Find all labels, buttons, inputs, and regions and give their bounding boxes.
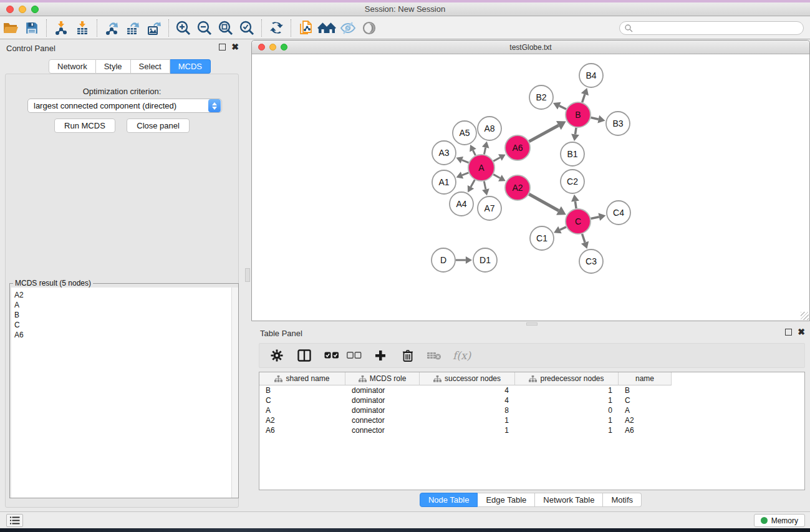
table-cell[interactable]: C — [259, 396, 345, 405]
table-cell[interactable]: A6 — [619, 426, 672, 435]
table-settings-button[interactable] — [267, 346, 287, 365]
hide-selected-button[interactable] — [337, 19, 359, 37]
edge-A-A7[interactable] — [484, 181, 486, 190]
function-builder-button[interactable]: f(x) — [453, 349, 471, 362]
table-cell[interactable]: 4 — [420, 396, 515, 405]
optimization-criterion-dropdown[interactable]: largest connected component (directed) — [27, 99, 222, 113]
create-column-button[interactable] — [370, 346, 390, 365]
edge-B-B1[interactable] — [576, 128, 577, 135]
table-row[interactable]: Adominator80A — [259, 405, 804, 415]
network-canvas[interactable]: AA1A2A3A4A5A6A7A8BB1B2B3B4CC1C2C3C4DD1 — [252, 54, 809, 321]
edge-B-B4[interactable] — [582, 94, 585, 102]
network-window-titlebar[interactable]: testGlobe.txt — [252, 41, 809, 54]
task-history-button[interactable] — [6, 514, 23, 527]
save-session-button[interactable] — [21, 19, 42, 37]
deselect-all-button[interactable] — [344, 346, 364, 365]
close-panel-icon[interactable]: ✖ — [231, 44, 239, 51]
table-row[interactable]: A6connector11A6 — [259, 425, 804, 435]
column-header-name[interactable]: name — [619, 372, 672, 385]
table-row[interactable]: A2connector11A2 — [259, 415, 804, 425]
table-cell[interactable]: 1 — [515, 386, 619, 395]
edge-B-B3[interactable] — [591, 117, 599, 119]
first-neighbors-button[interactable] — [316, 19, 337, 37]
column-header-mcds-role[interactable]: MCDS role — [345, 372, 420, 385]
edge-A-A8[interactable] — [484, 147, 485, 154]
tab-edge-table[interactable]: Edge Table — [478, 493, 535, 507]
table-cell[interactable]: A — [259, 406, 345, 415]
open-session-button[interactable] — [0, 19, 21, 37]
table-cell[interactable]: connector — [345, 426, 420, 435]
edge-C-C4[interactable] — [591, 217, 599, 219]
result-list-item[interactable]: A — [11, 300, 231, 310]
table-cell[interactable]: dominator — [345, 406, 420, 415]
result-list-item[interactable]: B — [11, 310, 231, 320]
result-list-item[interactable]: C — [11, 320, 231, 330]
table-cell[interactable]: B — [619, 386, 672, 395]
table-cell[interactable]: dominator — [345, 396, 420, 405]
table-cell[interactable]: 1 — [515, 416, 619, 425]
edge-A-A5[interactable] — [473, 150, 476, 155]
table-cell[interactable]: 1 — [420, 426, 515, 435]
apply-layout-button[interactable] — [266, 19, 287, 37]
column-header-predecessor-nodes[interactable]: predecessor nodes — [515, 372, 619, 385]
table-row[interactable]: Bdominator41B — [259, 385, 804, 395]
tab-mcds[interactable]: MCDS — [170, 59, 211, 74]
edge-C-C1[interactable] — [560, 227, 566, 230]
result-list-item[interactable]: A6 — [11, 330, 231, 340]
table-cell[interactable]: connector — [345, 416, 420, 425]
tab-network-table[interactable]: Network Table — [535, 493, 603, 507]
table-cell[interactable]: 1 — [515, 426, 619, 435]
edge-A-A4[interactable] — [471, 180, 475, 187]
edge-A6-B[interactable] — [529, 125, 558, 142]
show-columns-button[interactable] — [294, 346, 314, 365]
edge-C-C3[interactable] — [582, 234, 585, 243]
import-table-button[interactable] — [72, 19, 93, 37]
table-cell[interactable]: C — [619, 396, 672, 405]
table-cell[interactable]: A2 — [259, 416, 345, 425]
zoom-fit-button[interactable] — [215, 19, 236, 37]
close-window-button[interactable] — [6, 6, 14, 13]
toolbar-search[interactable] — [619, 21, 804, 35]
close-panel-icon[interactable]: ✖ — [798, 329, 805, 336]
edge-A-A6[interactable] — [493, 158, 500, 162]
edge-C-C2[interactable] — [575, 201, 576, 209]
delete-column-button[interactable] — [398, 346, 418, 365]
edge-B-B2[interactable] — [559, 106, 566, 109]
float-panel-icon[interactable] — [219, 44, 226, 51]
new-network-from-selection-button[interactable] — [295, 19, 316, 37]
minimize-window-button[interactable] — [19, 6, 26, 13]
edge-A2-C[interactable] — [529, 194, 559, 211]
splitter-handle[interactable] — [526, 322, 538, 326]
export-image-button[interactable] — [143, 19, 165, 37]
network-maximize-button[interactable] — [281, 44, 287, 51]
export-network-button[interactable] — [101, 19, 122, 37]
column-header-shared-name[interactable]: shared name — [259, 372, 345, 385]
zoom-in-button[interactable] — [173, 19, 194, 37]
select-all-button[interactable] — [322, 346, 342, 365]
close-panel-button[interactable]: Close panel — [127, 118, 190, 133]
column-header-successor-nodes[interactable]: successor nodes — [420, 372, 515, 385]
tab-network[interactable]: Network — [49, 59, 96, 74]
result-list-scrollbar[interactable] — [231, 288, 238, 498]
table-cell[interactable]: 1 — [420, 416, 515, 425]
window-resize-grip[interactable] — [801, 312, 809, 320]
table-cell[interactable]: A — [619, 406, 672, 415]
splitter-handle[interactable] — [245, 268, 250, 282]
horizontal-splitter[interactable] — [251, 321, 810, 327]
vertical-splitter[interactable] — [244, 39, 251, 511]
delete-table-button[interactable] — [424, 346, 444, 365]
tab-motifs[interactable]: Motifs — [603, 493, 642, 507]
table-cell[interactable]: A2 — [619, 416, 672, 425]
table-cell[interactable]: 1 — [515, 396, 619, 405]
zoom-out-button[interactable] — [194, 19, 215, 37]
export-table-button[interactable] — [122, 19, 143, 37]
zoom-selected-button[interactable] — [236, 19, 258, 37]
maximize-window-button[interactable] — [31, 6, 39, 13]
memory-button[interactable]: Memory — [754, 514, 805, 527]
tab-node-table[interactable]: Node Table — [420, 493, 478, 507]
network-close-button[interactable] — [258, 44, 265, 51]
network-minimize-button[interactable] — [269, 44, 276, 51]
result-list-item[interactable]: A2 — [11, 290, 231, 300]
edge-A-A3[interactable] — [462, 160, 469, 163]
edge-A-A2[interactable] — [493, 175, 500, 178]
